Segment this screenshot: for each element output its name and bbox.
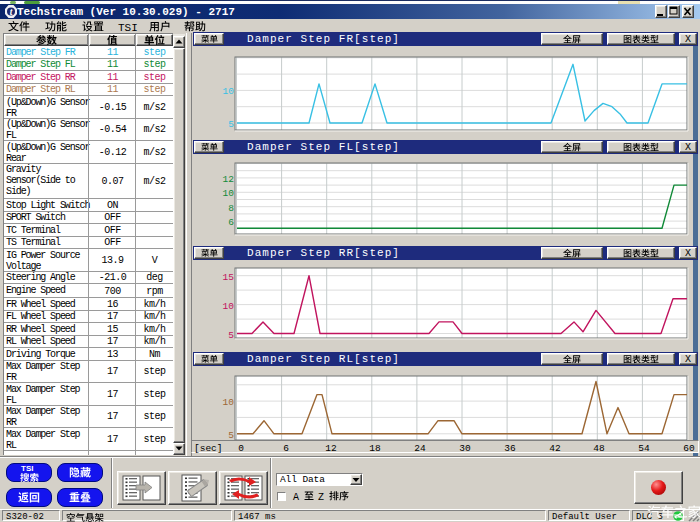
svg-text:8: 8 xyxy=(228,203,234,214)
svg-text:12: 12 xyxy=(223,174,235,185)
svg-text:5: 5 xyxy=(228,430,234,440)
svg-text:6: 6 xyxy=(228,217,234,228)
svg-text:5: 5 xyxy=(228,330,234,341)
svg-text:10: 10 xyxy=(223,188,235,199)
svg-text:10: 10 xyxy=(223,397,235,408)
svg-text:10: 10 xyxy=(223,86,235,97)
svg-text:5: 5 xyxy=(228,119,234,130)
svg-text:t: t xyxy=(10,7,13,17)
svg-text:10: 10 xyxy=(223,301,235,312)
svg-text:15: 15 xyxy=(223,272,235,283)
